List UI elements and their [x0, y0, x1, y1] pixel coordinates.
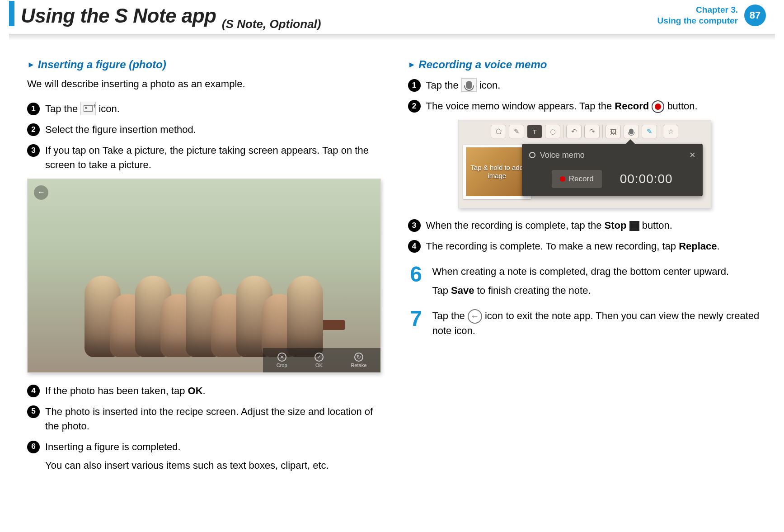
section-head-insert-figure: ► Inserting a figure (photo) — [27, 58, 381, 71]
separator — [563, 125, 563, 138]
record-button[interactable]: Record — [552, 170, 602, 188]
left-column: ► Inserting a figure (photo) We will des… — [27, 58, 381, 479]
back-arrow-icon: ← — [34, 185, 48, 200]
voice-memo-popup-body: Record 00:00:00 — [522, 166, 703, 188]
step-6-sub: You can also insert various items such a… — [45, 458, 329, 473]
step-4: 4 If the photo has been taken, tap OK. — [27, 384, 381, 398]
step-6: 6 Inserting a figure is completed. You c… — [27, 440, 381, 473]
voice-memo-body: Tap & hold to add image Voice memo × Rec — [463, 145, 706, 199]
voice-memo-screenshot: ⬠ ✎ T ◌ ↶ ↷ 🖼 ✎ ☆ Tap & hold to add imag… — [458, 120, 711, 208]
insert-image-icon — [80, 102, 96, 115]
voice-memo-title: Voice memo — [540, 151, 585, 160]
undo-icon[interactable]: ↶ — [566, 125, 582, 138]
pen-color-icon[interactable]: ✎ — [642, 125, 657, 138]
big-step-7: 7 Tap the ← icon to exit the note app. T… — [408, 309, 762, 338]
header-left: Using the S Note app (S Note, Optional) — [9, 5, 321, 27]
camera-preview-screenshot: ← ✕ Crop ✓ OK ↻ Retake — [27, 179, 381, 373]
big-num-7: 7 — [408, 309, 424, 328]
step-badge-2: 2 — [408, 100, 421, 113]
page-subtitle: (S Note, Optional) — [222, 17, 321, 31]
step-badge-1: 1 — [27, 103, 40, 115]
retake-icon: ↻ — [354, 353, 363, 362]
brush-tool-icon[interactable]: ✎ — [509, 125, 524, 138]
vm-step-4-text: The recording is complete. To make a new… — [426, 239, 720, 254]
note-toolbar: ⬠ ✎ T ◌ ↶ ↷ 🖼 ✎ ☆ — [463, 125, 706, 138]
step-3: 3 If you tap on Take a picture, the pict… — [27, 143, 381, 172]
vm-step-2: 2 The voice memo window appears. Tap the… — [408, 99, 762, 113]
step-2: 2 Select the figure insertion method. — [27, 122, 381, 137]
triangle-icon: ► — [27, 60, 35, 70]
accent-bar — [9, 1, 14, 26]
chapter-line1: Chapter 3. — [657, 5, 738, 15]
section-title: Inserting a figure (photo) — [38, 58, 166, 71]
step-2-text: Select the figure insertion method. — [45, 122, 196, 137]
retake-button[interactable]: ↻ Retake — [351, 353, 366, 368]
people-graphic — [63, 241, 345, 357]
voice-memo-popup-head: Voice memo × — [522, 144, 703, 166]
page-number-badge: 87 — [744, 5, 766, 26]
step-1: 1 Tap the icon. — [27, 102, 381, 116]
close-icon[interactable]: × — [690, 149, 695, 161]
separator — [660, 125, 660, 138]
microphone-icon — [461, 78, 477, 92]
vm-step-2-text: The voice memo window appears. Tap the R… — [426, 99, 698, 113]
step-badge-4: 4 — [27, 385, 40, 397]
insert-image-icon[interactable]: 🖼 — [606, 125, 621, 138]
intro-text: We will describe inserting a photo as an… — [27, 78, 381, 90]
step-badge-3: 3 — [408, 219, 421, 232]
chapter-label: Chapter 3. Using the computer — [657, 5, 738, 26]
step-badge-5: 5 — [27, 405, 40, 418]
page-title: Using the S Note app — [21, 5, 216, 27]
vm-step-1: 1 Tap the icon. — [408, 78, 762, 93]
header-right: Chapter 3. Using the computer 87 — [657, 5, 766, 26]
record-timer: 00:00:00 — [620, 172, 673, 186]
record-dot-icon — [560, 176, 565, 182]
image-placeholder[interactable]: Tap & hold to add image — [463, 145, 531, 199]
triangle-icon: ► — [408, 60, 416, 70]
step-3-text: If you tap on Take a picture, the pictur… — [45, 143, 381, 172]
step-badge-4: 4 — [408, 240, 421, 253]
text-tool-icon[interactable]: T — [527, 125, 542, 138]
step-6-text: Inserting a figure is completed. You can… — [45, 440, 329, 473]
content: ► Inserting a figure (photo) We will des… — [0, 40, 784, 479]
big-step-6: 6 When creating a note is completed, dra… — [408, 264, 762, 298]
crop-icon: ✕ — [277, 353, 286, 362]
right-column: ► Recording a voice memo 1 Tap the icon.… — [408, 58, 762, 479]
separator — [602, 125, 603, 138]
vm-step-1-text: Tap the icon. — [426, 78, 501, 93]
vm-step-3-text: When the recording is complete, tap the … — [426, 218, 672, 233]
eraser-tool-icon[interactable]: ◌ — [545, 125, 560, 138]
section-title: Recording a voice memo — [418, 58, 547, 71]
header-shadow — [9, 34, 775, 40]
chapter-line2: Using the computer — [657, 15, 738, 26]
check-icon: ✓ — [315, 353, 324, 362]
camera-bottom-toolbar: ✕ Crop ✓ OK ↻ Retake — [263, 348, 380, 372]
big-step-6-text: When creating a note is completed, drag … — [432, 264, 729, 298]
section-head-voice-memo: ► Recording a voice memo — [408, 58, 762, 71]
record-status-icon — [529, 152, 535, 158]
step-badge-3: 3 — [27, 144, 40, 157]
step-badge-1: 1 — [408, 79, 421, 92]
step-5: 5 The photo is inserted into the recipe … — [27, 405, 381, 433]
crop-button[interactable]: ✕ Crop — [277, 353, 287, 368]
step-badge-6: 6 — [27, 441, 40, 453]
step-5-text: The photo is inserted into the recipe sc… — [45, 405, 381, 433]
ok-button[interactable]: ✓ OK — [315, 353, 324, 368]
step-badge-2: 2 — [27, 123, 40, 136]
back-icon: ← — [468, 309, 482, 324]
title-group: Using the S Note app (S Note, Optional) — [21, 5, 321, 27]
big-num-6: 6 — [408, 264, 424, 284]
stop-icon — [629, 221, 639, 231]
favorite-icon[interactable]: ☆ — [663, 125, 678, 138]
vm-step-3: 3 When the recording is complete, tap th… — [408, 218, 762, 233]
vm-step-4: 4 The recording is complete. To make a n… — [408, 239, 762, 254]
step-4-text: If the photo has been taken, tap OK. — [45, 384, 206, 398]
voice-memo-popup: Voice memo × Record 00:00:00 — [522, 144, 703, 196]
record-icon — [652, 100, 664, 113]
redo-icon[interactable]: ↷ — [584, 125, 600, 138]
step-1-text: Tap the icon. — [45, 102, 120, 116]
microphone-icon[interactable] — [624, 125, 639, 138]
shape-tool-icon[interactable]: ⬠ — [491, 125, 506, 138]
page-header: Using the S Note app (S Note, Optional) … — [0, 0, 784, 34]
big-step-7-text: Tap the ← icon to exit the note app. The… — [432, 309, 762, 338]
